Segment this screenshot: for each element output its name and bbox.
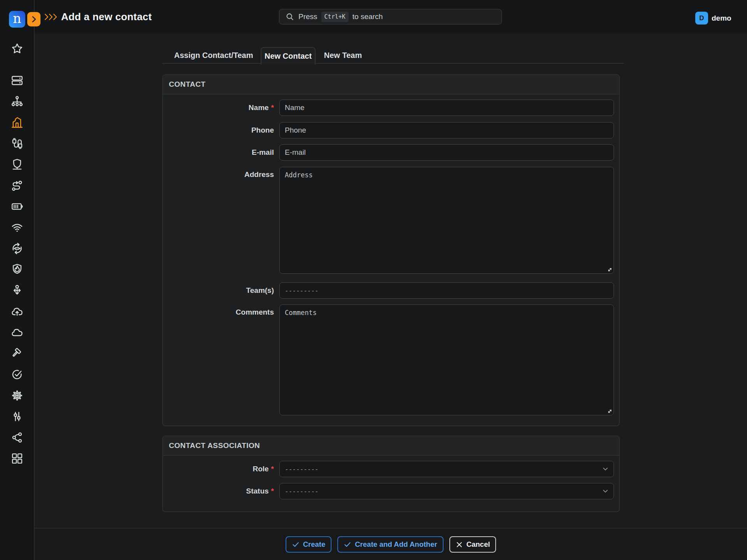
star-icon xyxy=(11,42,24,55)
check-circle-icon xyxy=(11,368,24,381)
sidebar-item-cabling[interactable] xyxy=(0,133,34,154)
app-logo[interactable]: n xyxy=(9,11,25,28)
address-label: Address xyxy=(169,170,274,179)
grid-icon xyxy=(11,452,24,465)
sync-icon xyxy=(11,242,24,255)
role-select-value: --------- xyxy=(285,466,319,473)
field-row-email: E-mail xyxy=(169,144,613,161)
sidebar-item-extensibility[interactable] xyxy=(0,385,34,406)
sidebar-item-validation[interactable] xyxy=(0,364,34,385)
building-icon xyxy=(11,116,24,129)
contact-association-panel-title: CONTACT ASSOCIATION xyxy=(163,436,619,456)
field-row-teams: Team(s) --------- xyxy=(169,282,613,299)
teams-select-value: --------- xyxy=(285,287,319,294)
role-select[interactable]: --------- xyxy=(279,461,614,477)
shield-flame-icon xyxy=(11,263,24,276)
avatar-initial: D xyxy=(699,14,704,22)
sidebar-divider xyxy=(34,0,35,560)
sidebar-nav xyxy=(0,38,34,469)
name-field[interactable] xyxy=(279,100,614,116)
field-row-name: Name* xyxy=(169,100,613,116)
breadcrumb-arrows-icon xyxy=(44,14,59,22)
chevron-down-icon xyxy=(601,465,609,473)
field-row-phone: Phone xyxy=(169,122,613,138)
username: demo xyxy=(712,14,731,23)
sidebar-item-integrations[interactable] xyxy=(0,427,34,448)
teams-select[interactable]: --------- xyxy=(279,282,614,299)
address-field[interactable] xyxy=(279,167,614,274)
check-icon xyxy=(344,541,351,548)
sliders-icon xyxy=(11,410,24,423)
field-row-address: Address xyxy=(169,167,613,275)
server-icon xyxy=(11,74,24,87)
tab-new-contact[interactable]: New Contact xyxy=(261,47,316,65)
page-title: Add a new contact xyxy=(61,11,152,23)
tab-label: New Team xyxy=(324,51,362,60)
user-menu[interactable]: D demo xyxy=(695,12,731,24)
panel-title-text: CONTACT ASSOCIATION xyxy=(169,441,260,450)
email-label: E-mail xyxy=(169,148,274,157)
form-footer: Create Create and Add Another Cancel xyxy=(35,528,747,560)
sidebar-item-firewall[interactable] xyxy=(0,259,34,280)
hammer-icon xyxy=(11,347,24,360)
comments-field[interactable] xyxy=(279,304,614,415)
close-icon xyxy=(456,541,463,548)
gear-plus-icon xyxy=(11,389,24,402)
search-icon xyxy=(286,12,294,21)
label-text: Status xyxy=(246,487,269,495)
sidebar-item-inventory[interactable] xyxy=(0,70,34,91)
sidebar-item-network-security[interactable] xyxy=(0,154,34,175)
main-content: Assign Contact/Team New Contact New Team… xyxy=(35,33,747,528)
sidebar-item-apps[interactable] xyxy=(0,448,34,469)
cloud-icon xyxy=(11,326,24,339)
tab-new-team[interactable]: New Team xyxy=(321,47,365,64)
sidebar-item-tenancy[interactable] xyxy=(0,91,34,112)
sidebar-item-wireless[interactable] xyxy=(0,217,34,238)
sidebar-item-circuits[interactable] xyxy=(0,175,34,196)
sidebar-item-favorites[interactable] xyxy=(0,38,34,59)
search-input[interactable]: Press Ctrl+K to search xyxy=(279,9,502,24)
status-select-value: --------- xyxy=(285,488,319,495)
chevron-down-icon xyxy=(601,487,609,495)
status-select[interactable]: --------- xyxy=(279,483,614,499)
search-placeholder-prefix: Press xyxy=(298,12,317,21)
cable-icon xyxy=(11,137,24,150)
sidebar-item-power[interactable] xyxy=(0,196,34,217)
route-icon xyxy=(11,179,24,192)
sidebar-item-jobs[interactable] xyxy=(0,343,34,364)
share-icon xyxy=(11,431,24,444)
cancel-button[interactable]: Cancel xyxy=(449,536,496,553)
name-label: Name* xyxy=(169,103,274,112)
required-marker: * xyxy=(271,103,274,112)
required-marker: * xyxy=(271,465,274,473)
phone-field[interactable] xyxy=(279,122,614,138)
tab-assign-contact-team[interactable]: Assign Contact/Team xyxy=(172,47,255,64)
sidebar-item-load-balancing[interactable] xyxy=(0,280,34,301)
teams-label: Team(s) xyxy=(169,286,274,295)
tab-label: Assign Contact/Team xyxy=(174,51,253,60)
cloud-upload-icon xyxy=(11,305,24,318)
label-text: Name xyxy=(249,103,269,112)
sidebar-item-data-sync[interactable] xyxy=(0,238,34,259)
search-kbd-shortcut: Ctrl+K xyxy=(321,12,349,22)
field-row-role: Role* --------- xyxy=(169,461,613,477)
create-button[interactable]: Create xyxy=(286,536,332,553)
contact-panel-title: CONTACT xyxy=(163,75,619,94)
chevron-right-icon xyxy=(32,16,37,23)
app-logo-letter: n xyxy=(13,12,21,25)
contact-panel: CONTACT Name* Phone E-mail xyxy=(162,74,620,426)
check-icon xyxy=(292,541,300,548)
sidebar-item-cloud[interactable] xyxy=(0,322,34,343)
tab-label: New Contact xyxy=(265,52,312,61)
sidebar-item-organization[interactable] xyxy=(0,112,34,133)
sidebar-item-cloud-upload[interactable] xyxy=(0,301,34,322)
button-label: Create xyxy=(303,540,326,549)
button-label: Create and Add Another xyxy=(355,540,437,549)
avatar: D xyxy=(695,12,708,24)
create-and-add-another-button[interactable]: Create and Add Another xyxy=(337,536,443,553)
sidebar-expand-button[interactable] xyxy=(27,12,40,26)
search-placeholder-suffix: to search xyxy=(352,12,383,21)
email-field[interactable] xyxy=(279,144,614,161)
comments-label: Comments xyxy=(169,308,274,317)
sidebar-item-filters[interactable] xyxy=(0,406,34,427)
